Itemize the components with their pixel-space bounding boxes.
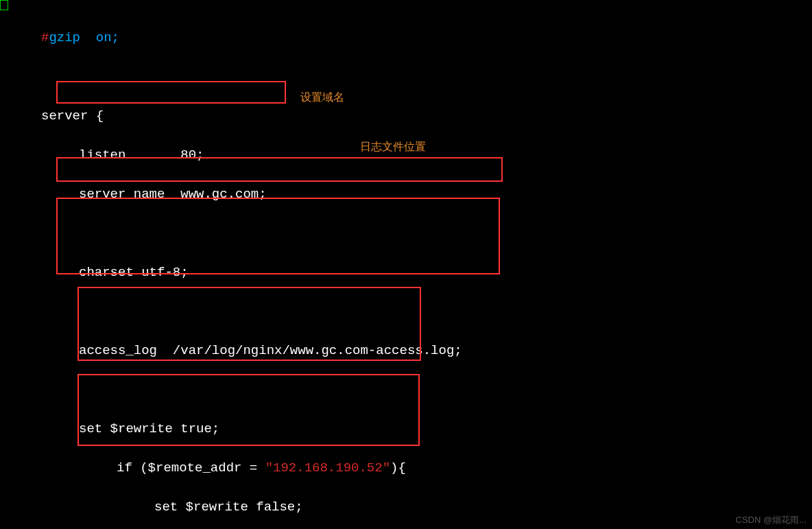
csdn-watermark: CSDN @烟花雨... bbox=[736, 513, 807, 527]
code-line-setrewrite: set $rewrite true; bbox=[0, 419, 812, 439]
code-line-if-remote: if ($remote_addr = "192.168.190.52"){ bbox=[0, 458, 812, 478]
nginx-config-code: #gzip on; server { listen 80; server_nam… bbox=[0, 0, 812, 529]
code-line-accesslog: access_log /var/log/nginx/www.gc.com-acc… bbox=[0, 341, 812, 361]
cursor-marker bbox=[0, 0, 8, 10]
hash-char: # bbox=[41, 30, 49, 45]
annotation-domain: 设置域名 bbox=[300, 89, 344, 106]
gzip-comment: gzip on; bbox=[49, 30, 119, 45]
ip-string: "192.168.190.52" bbox=[265, 460, 390, 475]
code-line-gzip: #gzip on; bbox=[0, 28, 812, 48]
code-line-servername: server_name www.gc.com; bbox=[0, 185, 812, 204]
code-line-charset: charset utf-8; bbox=[0, 263, 812, 283]
code-line-server: server { bbox=[0, 106, 812, 126]
code-line-setfalse: set $rewrite false; bbox=[0, 497, 812, 517]
annotation-log: 日志文件位置 bbox=[360, 139, 426, 155]
